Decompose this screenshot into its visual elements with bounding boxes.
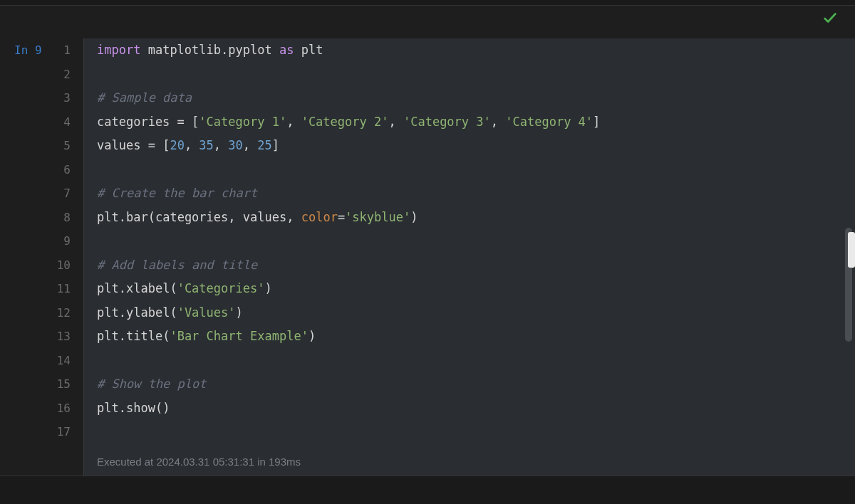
- bottom-bar: [0, 476, 855, 504]
- cell-prompt-label: In 9: [0, 38, 44, 476]
- code-line[interactable]: # Sample data: [97, 86, 848, 110]
- code-line[interactable]: plt.xlabel('Categories'): [97, 277, 848, 301]
- code-line[interactable]: plt.bar(categories, values, color='skybl…: [97, 206, 848, 230]
- line-number: 7: [44, 182, 71, 206]
- code-line[interactable]: plt.show(): [97, 397, 848, 421]
- number-literal: 25: [257, 138, 271, 152]
- line-number-gutter: 1 2 3 4 5 6 7 8 9 10 11 12 13 14 15 16 1…: [44, 38, 84, 476]
- code-line-empty[interactable]: [97, 158, 848, 182]
- number-literal: 35: [199, 138, 213, 152]
- line-number: 2: [44, 63, 71, 87]
- alias: plt: [301, 43, 323, 57]
- string-literal: 'Category 2': [301, 115, 389, 129]
- code-line-empty[interactable]: [97, 420, 848, 444]
- code-line-empty[interactable]: [97, 63, 848, 87]
- execution-status: Executed at 2024.03.31 05:31:31 in 193ms: [97, 444, 848, 474]
- line-number: 4: [44, 110, 71, 135]
- execution-success-indicator: [822, 10, 838, 28]
- keyword-import: import: [97, 43, 140, 57]
- function-name: bar: [126, 210, 148, 224]
- line-number: 14: [44, 349, 71, 373]
- code-editor[interactable]: import matplotlib.pyplot as plt # Sample…: [84, 38, 855, 476]
- keyword-as: as: [279, 43, 294, 57]
- code-line[interactable]: plt.title('Bar Chart Example'): [97, 325, 848, 349]
- line-number: 12: [44, 301, 71, 325]
- line-number: 9: [44, 229, 71, 253]
- code-line[interactable]: # Create the bar chart: [97, 182, 848, 206]
- top-bar: [0, 0, 855, 6]
- scroll-handle[interactable]: [848, 232, 855, 268]
- comment: # Sample data: [97, 90, 192, 105]
- code-cell[interactable]: In 9 1 2 3 4 5 6 7 8 9 10 11 12 13 14 15…: [0, 6, 855, 476]
- code-line[interactable]: # Add labels and title: [97, 253, 848, 278]
- function-name: xlabel: [126, 281, 170, 295]
- string-literal: 'Bar Chart Example': [170, 329, 308, 343]
- number-literal: 30: [228, 138, 242, 152]
- string-literal: 'Category 1': [199, 115, 286, 129]
- line-number: 8: [44, 206, 71, 230]
- line-number: 17: [44, 420, 71, 444]
- code-line[interactable]: import matplotlib.pyplot as plt: [97, 38, 848, 63]
- comment: # Create the bar chart: [97, 186, 257, 200]
- line-number: 1: [44, 38, 71, 63]
- line-number: 6: [44, 158, 71, 182]
- identifier: values: [97, 138, 140, 152]
- line-number: 13: [44, 325, 71, 349]
- line-number: 3: [44, 86, 71, 110]
- identifier: categories: [97, 115, 170, 129]
- function-name: show: [126, 401, 155, 415]
- module-name: matplotlib.pyplot: [148, 43, 272, 57]
- comment: # Add labels and title: [97, 258, 257, 272]
- line-number: 15: [44, 372, 71, 397]
- string-literal: 'Category 4': [505, 115, 593, 129]
- string-literal: 'Categories': [177, 281, 265, 295]
- line-number: 10: [44, 253, 71, 278]
- string-literal: 'skyblue': [345, 210, 410, 224]
- code-line[interactable]: plt.ylabel('Values'): [97, 301, 848, 325]
- line-number: 11: [44, 277, 71, 301]
- line-number: 16: [44, 397, 71, 421]
- code-line[interactable]: categories = ['Category 1', 'Category 2'…: [97, 110, 848, 135]
- number-literal: 20: [170, 138, 184, 152]
- code-line-empty[interactable]: [97, 229, 848, 253]
- function-name: ylabel: [126, 305, 170, 320]
- object: plt: [97, 210, 119, 224]
- keyword-arg: color: [301, 210, 338, 224]
- code-line[interactable]: values = [20, 35, 30, 25]: [97, 134, 848, 158]
- checkmark-icon: [822, 10, 838, 26]
- string-literal: 'Values': [177, 305, 236, 320]
- code-line[interactable]: # Show the plot: [97, 372, 848, 397]
- comment: # Show the plot: [97, 377, 207, 391]
- line-number: 5: [44, 134, 71, 158]
- code-line-empty[interactable]: [97, 349, 848, 373]
- string-literal: 'Category 3': [403, 115, 491, 129]
- function-name: title: [126, 329, 162, 343]
